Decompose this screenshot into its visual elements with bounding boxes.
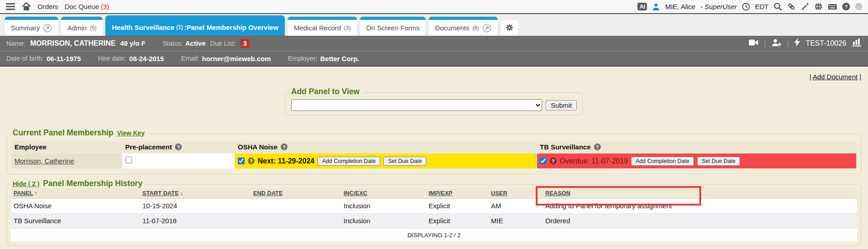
tab-admin-count: (5) [90,25,97,31]
col-user: USER [488,188,542,198]
add-person-icon[interactable] [772,38,782,48]
tab-health-surveillance[interactable]: Health Surveillance(1):Panel Membership … [105,15,285,36]
osha-checkbox[interactable] [238,158,245,164]
employee-link[interactable]: Morrison, Catherine [14,157,74,165]
dob-label: Date of birth: [6,55,44,62]
popout-icon [482,24,491,33]
page: Orders Doc Queue (3) AI MIE, Alice - Sup… [0,0,868,249]
user-name[interactable]: MIE, Alice [665,3,695,10]
col-inc-exc: INC/EXC [341,188,426,198]
col-tb-surveillance: TB Surveillance? [537,141,856,153]
add-document-row: | Add Document | [0,67,868,81]
tab-documents[interactable]: Documents (6) [429,17,498,36]
avatar-circle[interactable] [855,3,863,10]
tab-hs-suffix: :Panel Membership Overview [184,24,278,31]
orders-menu-item[interactable]: Orders [38,3,58,10]
sort-asc-icon: ↑ [34,190,38,196]
timezone-label: EDT [755,3,769,10]
panel-membership-history-section: Hide ( 2 ) Panel Membership History PANE… [7,184,861,246]
panel-select[interactable] [291,99,542,111]
gear-icon [505,23,514,32]
due-list-label: Due List: [210,40,236,47]
tb-set-due-date-button[interactable]: Set Due Date [697,157,740,166]
tab-admin[interactable]: Admin (5) [61,17,103,36]
tb-status-help-icon[interactable]: ? [550,158,557,164]
patient-employer: Better Corp. [320,55,359,62]
hire-date-label: Hire date: [98,55,127,62]
hamburger-menu-icon[interactable] [5,3,15,10]
col-end-date: END DATE [250,188,341,198]
col-preplacement: Pre-placement? [123,141,234,153]
osha-add-completion-date-button[interactable]: Add Completion Date [317,157,380,166]
sort-desc-icon: ↓ [180,190,183,196]
search-icon[interactable] [774,2,782,11]
user-icon[interactable] [652,3,660,11]
history-row: TB Surveillance 11-07-2018 Inclusion Exp… [11,213,857,228]
video-camera-icon[interactable] [749,39,759,48]
patient-email: horner@mieweb.com [202,55,271,62]
keyboard-icon[interactable] [828,3,837,10]
home-icon[interactable] [22,2,31,11]
email-label: Email: [181,55,199,62]
add-document-link[interactable]: Add Document [813,73,858,81]
preplacement-help-icon[interactable]: ? [175,144,182,150]
tb-help-icon[interactable]: ? [594,144,601,150]
tb-surveillance-cell: ? Overdue: 11-07-2019 Add Completion Dat… [537,153,856,168]
tb-checkbox[interactable] [540,158,547,164]
submit-button[interactable]: Submit [546,100,577,110]
flowsheet-chart-icon[interactable] [852,38,862,48]
osha-next-status: Next: 11-29-2024 [258,157,314,165]
membership-row: Morrison, Catherine ? Next: 11-29-2024 A… [12,153,856,168]
clock-icon[interactable] [742,3,750,11]
tab-summary[interactable]: Summary [5,17,58,36]
tab-on-screen-forms[interactable]: On Screen Forms [360,17,426,36]
panel-membership-history-table: PANEL↑ START DATE↓ END DATE INC/EXC IMP/… [11,188,857,242]
tab-settings-gear[interactable] [500,19,519,36]
preplacement-checkbox[interactable] [125,157,132,163]
history-reason-highlighted: Adding to Panel for temporary assignment [542,198,857,213]
lightning-bolt-icon[interactable] [794,38,800,48]
employee-cell: Morrison, Catherine [12,153,122,168]
user-role: - SuperUser [700,3,737,10]
wand-icon[interactable] [801,2,809,11]
osha-noise-cell: ? Next: 11-29-2024 Add Completion Date S… [235,153,536,168]
patient-status: Active [185,39,206,47]
patient-hire-date: 08-24-2015 [129,55,164,62]
employer-label: Employer: [288,55,317,62]
add-panel-legend: Add Panel to View [291,87,359,96]
tab-documents-count: (6) [472,25,479,31]
hide-history-link[interactable]: Hide ( 2 ) [13,180,39,187]
col-panel: PANEL↑ [11,188,140,198]
panel-membership-history-title: Panel Membership History [43,179,142,188]
col-reason: REASON [542,188,857,198]
osha-status-help-icon[interactable]: ? [248,158,255,164]
patient-age-sex: 49 y/o F [120,39,146,47]
col-imp-exp: IMP/EXP [426,188,488,198]
paging-status: DISPLAYING 1-2 / 2 [11,228,857,242]
patient-header-bar: Name: MORRISON, CATHERINE 49 y/o F Statu… [0,36,868,51]
globe-icon[interactable] [814,2,823,11]
name-label: Name: [6,40,26,47]
due-list-count-badge[interactable]: 3 [241,39,250,48]
add-panel-fieldset: Add Panel to View Submit [285,92,583,115]
col-osha-noise: OSHA Noise? [235,141,536,153]
main-content: | Add Document | Add Panel to View Submi… [0,67,868,249]
col-start-date: START DATE↓ [140,188,250,198]
osha-help-icon[interactable]: ? [281,144,288,150]
link-icon[interactable] [787,2,796,11]
patient-name: MORRISON, CATHERINE [30,39,116,48]
current-panel-membership-title: Current Panel Membership [13,128,113,138]
help-icon[interactable]: ? [842,3,850,10]
tb-add-completion-date-button[interactable]: Add Completion Date [631,157,694,166]
chart-tab-bar: Summary Admin (5) Health Surveillance(1)… [0,14,868,36]
top-bar: Orders Doc Queue (3) AI MIE, Alice - Sup… [0,0,868,14]
ai-badge[interactable]: AI [637,3,647,10]
tb-overdue-status: Overdue: 11-07-2019 [560,157,628,165]
popout-icon [43,24,52,33]
view-key-link[interactable]: View Key [117,129,145,137]
status-label: Status: [163,40,183,47]
tab-medical-record[interactable]: Medical Record (3) [288,17,357,36]
patient-bar-icons: | | TEST-10026 [749,38,862,48]
osha-set-due-date-button[interactable]: Set Due Date [383,157,426,166]
doc-queue-menu-item[interactable]: Doc Queue (3) [65,3,109,10]
